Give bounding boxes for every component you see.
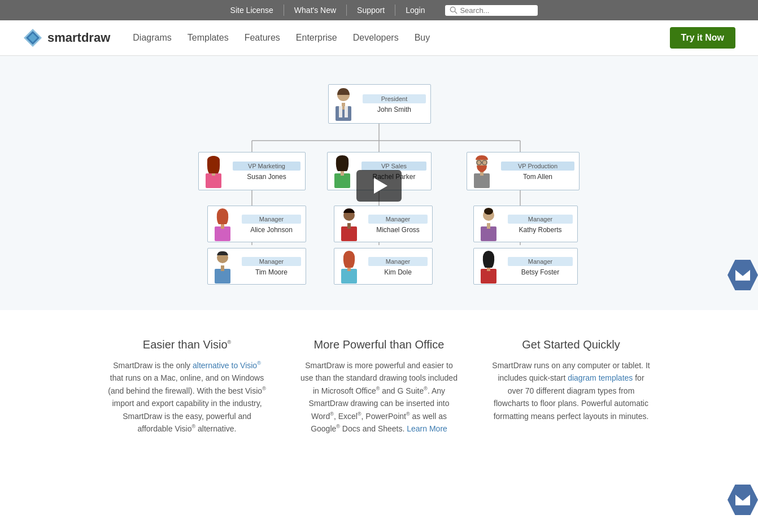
play-icon	[374, 178, 387, 194]
vp-production-title: VP Production	[501, 162, 574, 171]
main-nav: smartdraw Diagrams Templates Features En…	[0, 20, 758, 56]
manager-michael-avatar	[334, 205, 364, 243]
manager-betsy-info: Manager Betsy Foster	[503, 255, 577, 278]
manager-tim-info: Manager Tim Moore	[237, 255, 306, 278]
manager-alice-title: Manager	[242, 215, 301, 224]
svg-point-0	[451, 7, 456, 12]
svg-rect-23	[345, 106, 348, 117]
svg-line-1	[455, 11, 458, 14]
feature-easier-text: SmartDraw is the only alternative to Vis…	[108, 359, 266, 435]
nav-templates[interactable]: Templates	[188, 33, 229, 43]
manager-kim-info: Manager Kim Dole	[364, 255, 432, 278]
manager-michael-info: Manager Michael Gross	[364, 212, 432, 236]
nav-features[interactable]: Features	[245, 33, 280, 43]
vp-production-avatar	[467, 152, 496, 190]
vp-sales-avatar	[328, 152, 357, 190]
org-chart: President John Smith VP Marketing Susan …	[164, 79, 594, 293]
mail-icon-top	[735, 269, 750, 281]
feature-powerful: More Powerful than Office SmartDraw is m…	[283, 338, 475, 435]
vp-production-node: VP Production Tom Allen	[467, 152, 580, 190]
feature-quick: Get Started Quickly SmartDraw runs on an…	[475, 338, 667, 435]
search-wrapper	[445, 5, 538, 16]
manager-kathy-avatar	[474, 205, 503, 243]
search-input[interactable]	[460, 6, 533, 15]
manager-tim-name: Tim Moore	[242, 268, 301, 276]
whats-new-link[interactable]: What's New	[284, 5, 347, 16]
manager-michael-name: Michael Gross	[368, 226, 428, 234]
svg-rect-50	[487, 223, 490, 229]
manager-kathy-info: Manager Kathy Roberts	[503, 212, 577, 236]
manager-kim-name: Kim Dole	[368, 268, 428, 276]
manager-betsy-name: Betsy Foster	[508, 268, 573, 276]
feature-powerful-text: SmartDraw is more powerful and easier to…	[300, 359, 458, 435]
site-license-link[interactable]: Site License	[220, 5, 284, 16]
feature-quick-heading: Get Started Quickly	[492, 338, 650, 351]
feature-quick-text: SmartDraw runs on any computer or tablet…	[492, 359, 650, 422]
president-title: President	[363, 94, 426, 103]
manager-kathy-title: Manager	[508, 215, 573, 224]
svg-point-52	[486, 211, 491, 215]
svg-rect-22	[339, 106, 342, 117]
manager-betsy-avatar	[474, 247, 503, 286]
vp-marketing-avatar	[199, 152, 228, 190]
svg-rect-41	[221, 265, 224, 271]
manager-kim-node: Manager Kim Dole	[334, 248, 433, 285]
manager-alice-avatar	[208, 205, 237, 243]
vp-production-name: Tom Allen	[501, 173, 574, 181]
manager-alice-node: Manager Alice Johnson	[207, 206, 306, 242]
manager-tim-node: Manager Tim Moore	[207, 248, 306, 285]
logo-text: smartdraw	[47, 30, 110, 45]
vp-marketing-info: VP Marketing Susan Jones	[228, 159, 305, 183]
manager-kathy-node: Manager Kathy Roberts	[473, 206, 578, 242]
top-bar: Site License What's New Support Login	[0, 0, 758, 20]
manager-kathy-name: Kathy Roberts	[508, 226, 573, 234]
try-it-now-button[interactable]: Try it Now	[670, 27, 735, 49]
search-icon	[450, 6, 458, 14]
nav-links: Diagrams Templates Features Enterprise D…	[133, 33, 669, 43]
vp-production-info: VP Production Tom Allen	[496, 159, 579, 183]
manager-betsy-node: Manager Betsy Foster	[473, 248, 578, 285]
manager-michael-title: Manager	[368, 215, 428, 224]
manager-michael-node: Manager Michael Gross	[334, 206, 433, 242]
alternative-visio-link[interactable]: alternative to Visio®	[193, 361, 261, 370]
manager-tim-title: Manager	[242, 257, 301, 266]
vp-marketing-title: VP Marketing	[233, 162, 300, 171]
manager-alice-info: Manager Alice Johnson	[237, 212, 306, 236]
svg-rect-44	[347, 223, 351, 229]
nav-diagrams[interactable]: Diagrams	[133, 33, 171, 43]
video-play-button[interactable]	[356, 170, 402, 202]
manager-alice-name: Alice Johnson	[242, 226, 301, 234]
org-section: President John Smith VP Marketing Susan …	[0, 56, 758, 310]
president-info: President John Smith	[358, 92, 430, 116]
manager-kim-avatar	[334, 247, 364, 286]
nav-enterprise[interactable]: Enterprise	[296, 33, 337, 43]
login-link[interactable]: Login	[395, 5, 435, 16]
president-avatar	[329, 85, 358, 123]
vp-sales-title: VP Sales	[361, 162, 426, 171]
president-node: President John Smith	[328, 84, 431, 124]
nav-buy[interactable]: Buy	[415, 33, 430, 43]
president-name: John Smith	[363, 106, 426, 114]
vp-marketing-name: Susan Jones	[233, 173, 300, 181]
manager-kim-title: Manager	[368, 257, 428, 266]
features-section: Easier than Visio® SmartDraw is the only…	[0, 310, 758, 457]
vp-marketing-node: VP Marketing Susan Jones	[198, 152, 306, 190]
feature-powerful-heading: More Powerful than Office	[300, 338, 458, 351]
feature-easier: Easier than Visio® SmartDraw is the only…	[91, 338, 283, 435]
logo-icon	[23, 28, 43, 48]
manager-tim-avatar	[208, 247, 237, 286]
feature-easier-heading: Easier than Visio®	[108, 338, 266, 351]
support-link[interactable]: Support	[347, 5, 395, 16]
learn-more-link[interactable]: Learn More	[407, 424, 447, 433]
nav-developers[interactable]: Developers	[353, 33, 399, 43]
manager-betsy-title: Manager	[508, 257, 573, 266]
diagram-templates-link[interactable]: diagram templates	[568, 373, 633, 382]
logo[interactable]: smartdraw	[23, 28, 110, 48]
